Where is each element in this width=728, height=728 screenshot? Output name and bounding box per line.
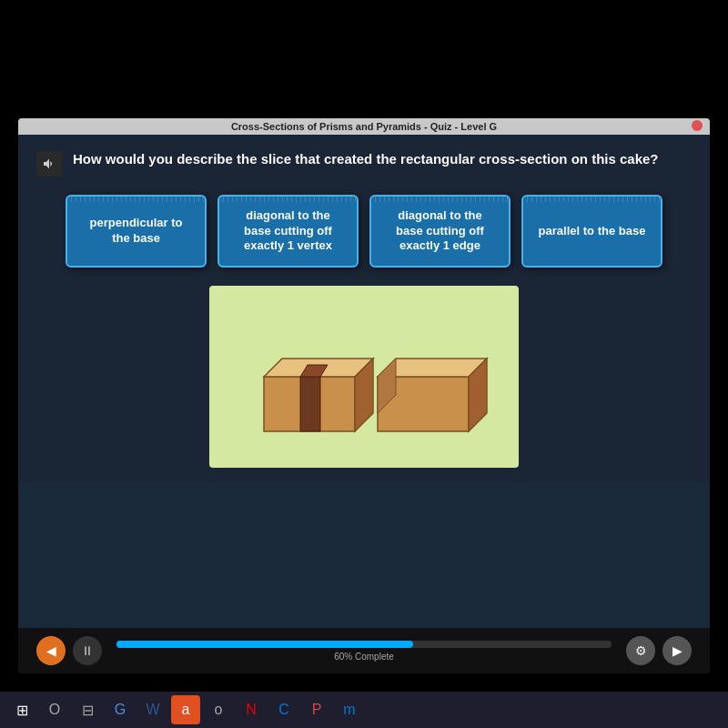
netflix-icon[interactable]: N <box>237 695 266 724</box>
forward-button[interactable]: ▶ <box>662 636 692 665</box>
svg-marker-3 <box>300 377 320 431</box>
answer-button-4[interactable]: parallel to the base <box>521 195 662 268</box>
question-area: How would you describe the slice that cr… <box>36 149 692 177</box>
progress-area: 60% Complete <box>116 641 612 662</box>
screen: Cross-Sections of Prisms and Pyramids - … <box>18 118 710 673</box>
progress-bar-fill <box>116 641 413 648</box>
title-text: Cross-Sections of Prisms and Pyramids - … <box>231 121 497 132</box>
app-icon-o[interactable]: o <box>204 695 233 724</box>
taskbar: ⊞ O ⊟ G W a o N C P m <box>0 692 728 728</box>
mail-icon[interactable]: m <box>335 695 364 724</box>
image-area <box>209 286 519 468</box>
word-icon[interactable]: W <box>138 695 167 724</box>
answer-button-2[interactable]: diagonal to the base cutting off exactly… <box>217 195 359 268</box>
bottom-controls: ◀ ⏸ 60% Complete ⚙ ▶ <box>18 628 710 673</box>
edge-icon[interactable]: C <box>269 695 298 724</box>
settings-button[interactable]: ⚙ <box>626 636 655 665</box>
back-icon: ◀ <box>46 643 56 658</box>
cake-illustration <box>237 304 491 450</box>
answer-button-1[interactable]: perpendicular to the base <box>66 195 207 268</box>
back-button[interactable]: ◀ <box>36 636 66 665</box>
pause-icon: ⏸ <box>81 643 94 658</box>
progress-bar-background <box>116 641 612 648</box>
search-button[interactable]: O <box>40 695 69 724</box>
answer-button-3[interactable]: diagonal to the base cutting off exactly… <box>369 195 511 268</box>
start-button[interactable]: ⊞ <box>7 695 36 724</box>
forward-icon: ▶ <box>672 643 682 658</box>
progress-label: 60% Complete <box>116 652 612 662</box>
settings-icon: ⚙ <box>635 643 647 658</box>
question-text: How would you describe the slice that cr… <box>73 149 659 168</box>
pause-button[interactable]: ⏸ <box>73 636 102 665</box>
app-icon-a[interactable]: a <box>171 695 200 724</box>
speaker-icon <box>42 157 56 171</box>
chrome-icon[interactable]: G <box>106 695 135 724</box>
photos-icon[interactable]: P <box>302 695 331 724</box>
answer-buttons: perpendicular to the base diagonal to th… <box>36 195 692 268</box>
task-view[interactable]: ⊟ <box>73 695 102 724</box>
speaker-button[interactable] <box>36 151 62 177</box>
main-content: How would you describe the slice that cr… <box>18 135 710 482</box>
title-bar: Cross-Sections of Prisms and Pyramids - … <box>18 118 710 135</box>
